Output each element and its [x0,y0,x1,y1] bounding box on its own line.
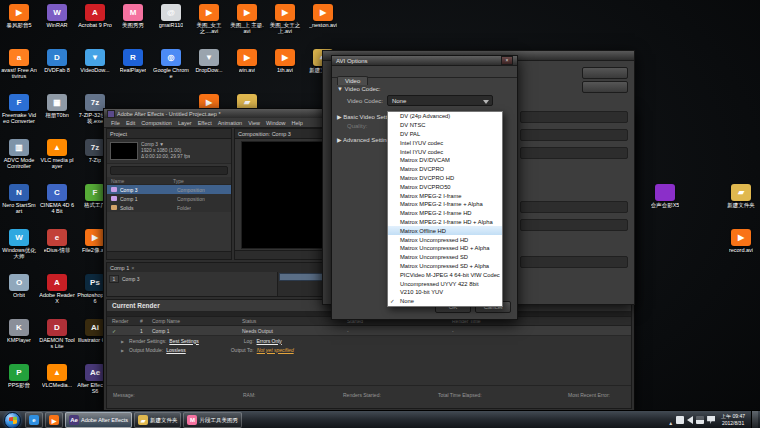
output-module-value[interactable]: Lossless [166,347,185,353]
close-dialog-icon[interactable]: × [501,56,513,65]
codec-option[interactable]: Matrox DVCPRO HD [388,174,502,183]
codec-option[interactable]: DV PAL [388,130,502,139]
codec-option[interactable]: Matrox MPEG-2 I-frame HD + Alpha [388,218,502,227]
menu-item[interactable]: Effect [195,120,215,126]
taskbar-button[interactable]: e [25,412,43,428]
codec-option[interactable]: Matrox MPEG-2 I-frame HD [388,209,502,218]
desktop-icon[interactable]: K KMPlayer [0,317,38,362]
desktop-icon[interactable]: ▼ DropDow... [190,47,228,92]
menu-item[interactable]: Help [289,120,306,126]
render-checkbox[interactable]: ✓ [112,328,140,334]
show-desktop-button[interactable] [751,411,758,428]
desktop-icon[interactable]: ▰ 新建文件夹 [722,182,760,227]
desktop-icon[interactable]: ▶ 暴风影音5 [0,2,38,47]
desktop-icon[interactable]: D DAEMON Tools Lite [38,317,76,362]
desktop-icon[interactable]: @ gmaiR110 [152,2,190,47]
timeline-tab-close-icon[interactable]: × [131,265,134,271]
log-value[interactable]: Errors Only [257,338,282,344]
desktop-icon[interactable]: e eDius-情菲 [38,227,76,272]
timeline-layer-row[interactable]: 1 Comp 3 [109,275,140,283]
menu-item[interactable]: Window [263,120,289,126]
desktop-icon[interactable]: O Orbit [0,272,38,317]
menu-item[interactable]: Edit [123,120,138,126]
desktop-icon[interactable]: ▲ VLCMedia... [38,362,76,407]
codec-option[interactable]: Matrox MPEG-2 I-frame + Alpha [388,200,502,209]
desktop-icon[interactable]: P PPS影音 [0,362,38,407]
desktop-icon[interactable]: R RealPlayer [114,47,152,92]
start-button[interactable] [4,412,21,428]
desktop-icon[interactable]: F Freemake Video Converter [0,92,38,137]
output-to-value[interactable]: Not yet specified [257,347,294,353]
codec-option[interactable]: ✓ None [388,297,502,306]
taskbar-button[interactable]: Ae Adobe After Effects [65,412,132,428]
desktop-icon[interactable]: W WinRAR [38,2,76,47]
codec-option[interactable]: V210 10-bit YUV [388,288,502,297]
timeline-tab[interactable]: Comp 1 [110,265,129,271]
project-item[interactable]: Comp 1 Composition [107,194,231,203]
action-center-icon[interactable] [707,416,715,424]
avi-options-titlebar[interactable]: AVI Options × [332,56,517,66]
desktop-icon[interactable]: D DVDFab 8 [38,47,76,92]
desktop-icon[interactable]: ◎ Google Chrome [152,47,190,92]
codec-option[interactable]: Matrox Uncompressed HD [388,235,502,244]
taskbar-button[interactable]: M 片段工具美图秀 [183,412,242,428]
desktop-icon[interactable]: ▶ 1th.avi [266,47,304,92]
render-settings-value[interactable]: Best Settings [169,338,198,344]
project-tab[interactable]: Project [110,131,127,137]
codec-option[interactable]: DV NTSC [388,121,502,130]
video-codec-select[interactable]: None [387,95,493,106]
network-icon[interactable] [696,416,704,424]
desktop-icon[interactable]: W Windows优化大师 [0,227,38,272]
codec-option[interactable]: Matrox MPEG-2 I-frame [388,191,502,200]
composition-tab[interactable]: Composition: Comp 3 [238,131,291,137]
hidden-icons-chevron[interactable] [668,411,673,428]
codec-option[interactable]: Matrox Offline HD [388,226,502,235]
codec-option[interactable]: Matrox DVCPRO [388,165,502,174]
desktop-icon[interactable]: ▶ 美图_上 主题.avi [228,2,266,47]
menu-item[interactable]: Layer [175,120,195,126]
codec-option[interactable]: Intel IYUV codec [388,147,502,156]
render-settings-disclosure-icon[interactable] [121,338,126,344]
desktop-icon[interactable]: C CINEMA 4D 64 Bit [38,182,76,227]
desktop-icon[interactable]: M 美图秀秀 [114,2,152,47]
desktop-icon[interactable]: 会声会影X5 [646,182,684,227]
ime-icon[interactable] [676,416,684,424]
desktop-icon[interactable]: ▶ 美图_女王之....avi [190,2,228,47]
codec-option[interactable]: Matrox DV/DVCAM [388,156,502,165]
video-codec-section-header[interactable]: ▼ Video Codec: [337,86,512,92]
codec-option[interactable]: Intel IYUV codec [388,138,502,147]
desktop-icon[interactable]: ▼ VideoDow... [76,47,114,92]
volume-icon[interactable] [687,416,693,424]
desktop-icon[interactable]: ▲ VLC media player [38,137,76,182]
codec-option[interactable]: Uncompressed UYVY 422 8bit [388,279,502,288]
desktop-icon[interactable]: a avast! Free Antivirus [0,47,38,92]
project-item[interactable]: Solids Folder [107,203,231,212]
codec-option[interactable]: Matrox Uncompressed SD [388,253,502,262]
desktop-icon[interactable]: ▶ record.avi [722,227,760,272]
background-dialog-button[interactable] [582,67,628,79]
desktop-icon[interactable]: ▦ 相册T0bn [38,92,76,137]
project-panel-toolbar[interactable] [107,251,231,259]
desktop-icon[interactable]: A Adobe Reader X [38,272,76,317]
render-queue-item[interactable]: ✓ 1 Comp 1 Needs Output - - [107,326,631,336]
output-module-disclosure-icon[interactable] [121,347,126,353]
desktop-icon[interactable]: ▶ 美图_女王之上.avi [266,2,304,47]
codec-option[interactable]: Matrox Uncompressed SD + Alpha [388,262,502,271]
desktop-icon[interactable]: ▥ ADVC Mode Controller [0,137,38,182]
taskbar-button[interactable]: ▰ 新建文件夹 [134,412,182,428]
codec-option[interactable]: Matrox DVCPRO50 [388,182,502,191]
menu-item[interactable]: File [108,120,123,126]
menu-item[interactable]: View [245,120,263,126]
desktop-icon[interactable]: N Nero StartSmart [0,182,38,227]
desktop-icon[interactable]: ▶ _neston.avi [304,2,342,47]
desktop-icon[interactable]: A Acrobat 9 Pro [76,2,114,47]
desktop-icon[interactable]: ▶ win.avi [228,47,266,92]
taskbar-clock[interactable]: 上午 09:47 2012/8/31 [721,413,745,427]
menu-item[interactable]: Animation [215,120,245,126]
codec-option[interactable]: Matrox Uncompressed HD + Alpha [388,244,502,253]
background-dialog-button[interactable] [582,81,628,93]
taskbar-button[interactable]: ▶ [45,412,63,428]
codec-option[interactable]: DV (24p Advanced) [388,112,502,121]
project-item[interactable]: Comp 3 Composition [107,185,231,194]
codec-option[interactable]: PICVideo M-JPEG 4 64-bit VfW Codec [388,270,502,279]
